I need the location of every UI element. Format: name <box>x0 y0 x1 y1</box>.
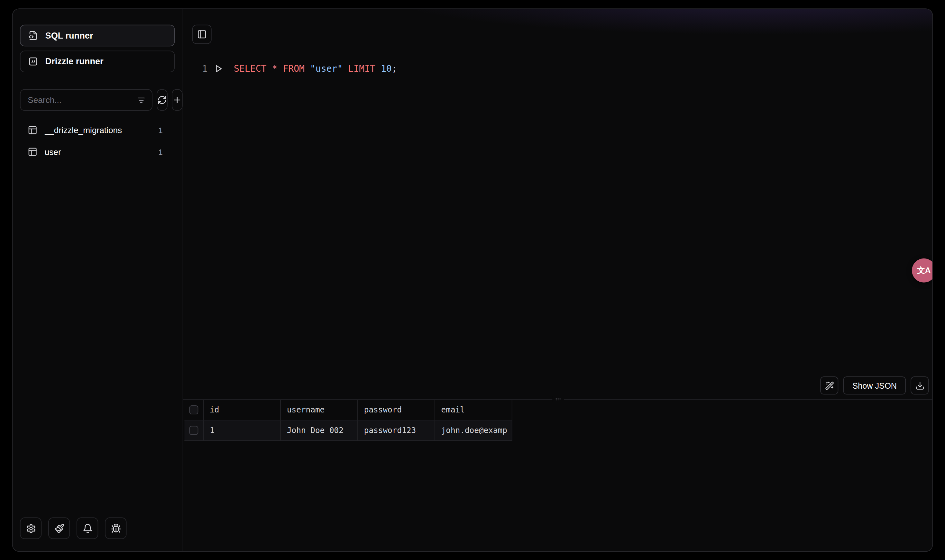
sql-query-text[interactable]: SELECT * FROM "user" LIMIT 10; <box>234 63 397 74</box>
sql-editor-line[interactable]: 1 SELECT * FROM "user" LIMIT 10; <box>183 61 397 77</box>
refresh-button[interactable] <box>157 89 168 111</box>
search-row <box>20 89 175 111</box>
row-checkbox-cell <box>184 420 203 440</box>
theme-button[interactable] <box>48 518 70 539</box>
file-code-icon <box>28 31 38 40</box>
select-all-checkbox[interactable] <box>189 405 198 414</box>
table-count-badge: 1 <box>158 126 163 135</box>
bell-icon <box>82 523 92 533</box>
table-count-badge: 1 <box>158 147 163 156</box>
sql-token: ; <box>392 63 397 74</box>
resize-handle[interactable] <box>552 396 564 403</box>
cell-email[interactable]: john.doe@examp <box>435 420 512 440</box>
translate-floating-button[interactable]: 文A <box>912 258 933 283</box>
column-header-username[interactable]: username <box>281 400 358 420</box>
column-header-password[interactable]: password <box>358 400 435 420</box>
sql-token <box>277 63 283 74</box>
format-query-button[interactable] <box>820 377 839 394</box>
translate-label: 文A <box>917 265 931 276</box>
column-header-email[interactable]: email <box>435 400 512 420</box>
sql-runner-label: SQL runner <box>45 31 93 40</box>
line-number: 1 <box>183 64 208 74</box>
sidebar-item-drizzle-migrations[interactable]: __drizzle_migrations 1 <box>20 119 175 141</box>
add-button[interactable] <box>172 89 183 111</box>
results-header-row: id username password email <box>184 400 512 420</box>
table-name: user <box>45 147 151 157</box>
paintbrush-icon <box>54 523 64 533</box>
search-box <box>20 89 153 111</box>
show-json-label: Show JSON <box>853 381 897 390</box>
sql-runner-button[interactable]: SQL runner <box>20 25 175 46</box>
table-icon <box>28 125 37 135</box>
drizzle-runner-button[interactable]: Drizzle runner <box>20 51 175 72</box>
settings-button[interactable] <box>20 518 42 539</box>
run-query-button[interactable] <box>210 64 228 73</box>
cell-password[interactable]: password123 <box>358 420 435 440</box>
sql-token: * <box>272 63 277 74</box>
drizzle-runner-icon <box>28 57 38 66</box>
refresh-icon <box>157 95 167 105</box>
download-button[interactable] <box>911 377 929 394</box>
play-icon <box>214 64 223 73</box>
plus-icon <box>173 95 182 105</box>
table-row[interactable]: 1 John Doe 002 password123 john.doe@exam… <box>184 420 512 441</box>
sql-token: LIMIT <box>348 63 375 74</box>
table-list: __drizzle_migrations 1 user 1 <box>20 119 175 163</box>
report-bug-button[interactable] <box>105 518 126 539</box>
sidebar-footer <box>20 518 127 539</box>
bug-icon <box>111 523 121 533</box>
table-icon <box>28 147 37 157</box>
table-name: __drizzle_migrations <box>45 125 151 135</box>
sql-token: 10 <box>381 63 392 74</box>
show-json-button[interactable]: Show JSON <box>843 377 906 394</box>
sidebar-toggle-button[interactable] <box>192 25 212 44</box>
panel-left-icon <box>197 29 207 39</box>
app-window: SQL runner Drizzle runner <box>12 8 933 552</box>
download-icon <box>915 381 924 390</box>
wand-sparkles-icon <box>825 381 834 390</box>
gear-icon <box>26 523 36 533</box>
column-header-id[interactable]: id <box>203 400 281 420</box>
search-input[interactable] <box>28 95 137 105</box>
sql-token <box>375 63 381 74</box>
sql-token <box>305 63 310 74</box>
sql-token <box>267 63 272 74</box>
notifications-button[interactable] <box>77 518 98 539</box>
cell-username[interactable]: John Doe 002 <box>281 420 358 440</box>
cell-id[interactable]: 1 <box>203 420 281 440</box>
main-panel: 1 SELECT * FROM "user" LIMIT 10; <box>183 9 933 551</box>
screen: SQL runner Drizzle runner <box>0 0 945 560</box>
sql-token <box>342 63 348 74</box>
results-toolbar: Show JSON <box>820 377 929 394</box>
sql-token: FROM <box>283 63 305 74</box>
sidebar-item-user[interactable]: user 1 <box>20 141 175 162</box>
sql-token: "user" <box>310 63 343 74</box>
sql-token: SELECT <box>234 63 267 74</box>
header-checkbox-cell <box>184 400 203 420</box>
results-table: id username password email 1 John Doe 00… <box>184 400 512 441</box>
row-checkbox[interactable] <box>189 426 198 435</box>
sidebar: SQL runner Drizzle runner <box>12 9 183 551</box>
drizzle-runner-label: Drizzle runner <box>45 57 103 66</box>
filter-icon[interactable] <box>137 95 146 105</box>
